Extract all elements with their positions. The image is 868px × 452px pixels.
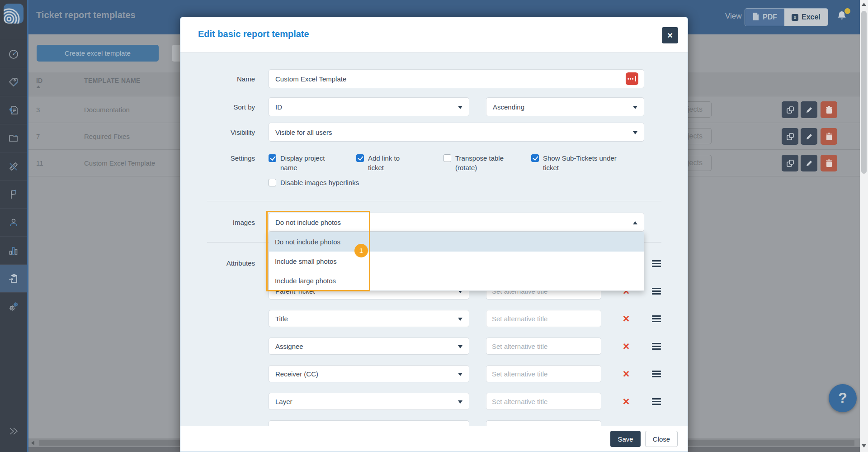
visibility-select[interactable]: Visible for all users xyxy=(269,123,644,142)
excel-file-icon: x xyxy=(792,14,798,21)
option-include-small-photos[interactable]: Include small photos xyxy=(269,252,644,271)
chevron-up-icon xyxy=(633,221,637,224)
images-selected-value: Do not include photos xyxy=(275,219,341,226)
template-name-input[interactable] xyxy=(269,69,644,88)
remove-attribute-button[interactable]: × xyxy=(621,368,632,379)
chevron-down-icon xyxy=(458,373,462,376)
vertical-scrollbar[interactable] xyxy=(860,0,868,452)
checkbox-show-subtickets[interactable]: Show Sub-Tickets under ticket xyxy=(531,153,627,172)
checkbox-icon xyxy=(269,154,276,162)
remove-attribute-button[interactable]: × xyxy=(621,396,632,407)
app-logo[interactable] xyxy=(4,4,24,24)
edit-template-button[interactable] xyxy=(801,155,817,171)
notification-badge xyxy=(844,8,850,14)
sidebar-item-dashboard[interactable] xyxy=(0,40,27,68)
sidebar-item-reports[interactable] xyxy=(0,264,27,292)
checkbox-label: Display project name xyxy=(280,153,332,172)
sidebar-item-plans[interactable] xyxy=(0,180,27,208)
option-include-large-photos[interactable]: Include large photos xyxy=(269,271,644,290)
images-dropdown-panel: Do not include photos Include small phot… xyxy=(269,232,644,291)
row-id: 11 xyxy=(36,159,43,167)
column-header-id[interactable]: ID xyxy=(36,77,42,88)
edit-template-modal: Edit basic report template × Name ••• So… xyxy=(180,17,688,452)
sort-field-select[interactable]: ID xyxy=(269,97,469,116)
sidebar-item-specs[interactable] xyxy=(0,152,27,180)
attribute-value: Receiver (CC) xyxy=(275,370,318,378)
modal-close-button[interactable]: × xyxy=(662,27,678,43)
alternative-title-input[interactable] xyxy=(486,393,601,410)
notifications-bell-icon[interactable] xyxy=(836,10,849,24)
chevron-down-icon xyxy=(633,106,637,109)
drag-handle-icon[interactable] xyxy=(652,341,665,351)
images-select[interactable]: Do not include photos xyxy=(269,213,644,232)
view-pdf-button[interactable]: PDF xyxy=(745,9,784,26)
images-row: Images Do not include photos Do not incl… xyxy=(180,213,688,232)
modal-title: Edit basic report template xyxy=(198,29,309,39)
name-row: Name ••• xyxy=(180,69,688,88)
view-excel-button[interactable]: x Excel xyxy=(784,9,828,26)
page-title: Ticket report templates xyxy=(36,10,136,20)
person-icon xyxy=(8,217,19,228)
edit-template-button[interactable] xyxy=(801,101,817,118)
remove-attribute-button[interactable]: × xyxy=(621,341,632,352)
attribute-select[interactable]: Assignee xyxy=(269,338,469,355)
sidebar-item-analytics[interactable] xyxy=(0,236,27,264)
edit-template-button[interactable] xyxy=(801,128,817,145)
option-do-not-include-photos[interactable]: Do not include photos xyxy=(269,232,644,252)
flag-icon xyxy=(8,189,19,200)
row-template-name: Documentation xyxy=(84,106,130,114)
close-button[interactable]: Close xyxy=(645,431,678,447)
duplicate-template-button[interactable] xyxy=(782,155,798,171)
chevron-down-icon xyxy=(633,131,637,134)
bar-chart-icon xyxy=(8,245,19,257)
attribute-row: Title × xyxy=(269,310,684,327)
settings-gears-icon xyxy=(8,301,19,313)
alternative-title-input[interactable] xyxy=(486,338,601,355)
scroll-up-icon[interactable] xyxy=(862,3,866,6)
attribute-select[interactable]: Layer xyxy=(269,393,469,410)
waves-logo-icon xyxy=(4,4,24,24)
images-label: Images xyxy=(180,219,255,226)
drag-handle-icon[interactable] xyxy=(652,258,665,268)
sidebar-item-files[interactable] xyxy=(0,124,27,152)
drag-handle-icon[interactable] xyxy=(652,396,665,406)
modal-body: Name ••• Sort by ID Ascending xyxy=(180,52,688,452)
modal-footer: Save Close xyxy=(180,426,688,452)
duplicate-template-button[interactable] xyxy=(782,101,798,118)
password-manager-icon[interactable]: ••• xyxy=(626,72,638,85)
scroll-down-icon[interactable] xyxy=(862,444,866,447)
drag-handle-icon[interactable] xyxy=(652,314,665,324)
chevrons-right-icon xyxy=(7,425,20,437)
alternative-title-input[interactable] xyxy=(486,365,601,382)
checkbox-disable-images-hyperlinks[interactable]: Disable images hyperlinks xyxy=(269,178,359,187)
sort-asc-icon xyxy=(36,86,41,88)
sidebar xyxy=(0,0,27,452)
delete-template-button[interactable] xyxy=(821,155,837,171)
attribute-value: Assignee xyxy=(275,343,303,350)
sort-direction-select[interactable]: Ascending xyxy=(486,97,644,116)
sidebar-item-settings[interactable] xyxy=(0,292,27,320)
sidebar-item-people[interactable] xyxy=(0,208,27,236)
delete-template-button[interactable] xyxy=(821,101,837,118)
remove-attribute-button[interactable]: × xyxy=(621,313,632,324)
column-header-template-name[interactable]: TEMPLATE NAME xyxy=(84,77,141,84)
checkbox-transpose-table[interactable]: Transpose table (rotate) xyxy=(443,153,531,172)
attribute-select[interactable]: Title xyxy=(269,310,469,327)
drag-handle-icon[interactable] xyxy=(652,369,665,379)
checkbox-add-link-to-ticket[interactable]: Add link to ticket xyxy=(356,153,443,172)
sidebar-item-tags[interactable] xyxy=(0,68,27,96)
create-excel-template-button[interactable]: Create excel template xyxy=(37,45,159,62)
duplicate-template-button[interactable] xyxy=(782,128,798,145)
checkbox-display-project-name[interactable]: Display project name xyxy=(269,153,356,172)
checkbox-icon xyxy=(356,154,364,162)
save-button[interactable]: Save xyxy=(610,431,641,447)
delete-template-button[interactable] xyxy=(821,128,837,145)
alternative-title-input[interactable] xyxy=(486,310,601,327)
help-button[interactable]: ? xyxy=(829,384,857,412)
drag-handle-icon[interactable] xyxy=(652,286,665,296)
vertical-scroll-thumb[interactable] xyxy=(861,11,867,174)
sidebar-expand-button[interactable] xyxy=(0,419,27,444)
scroll-left-icon[interactable] xyxy=(31,441,34,445)
sidebar-item-tickets[interactable] xyxy=(0,96,27,124)
attribute-select[interactable]: Receiver (CC) xyxy=(269,365,469,382)
